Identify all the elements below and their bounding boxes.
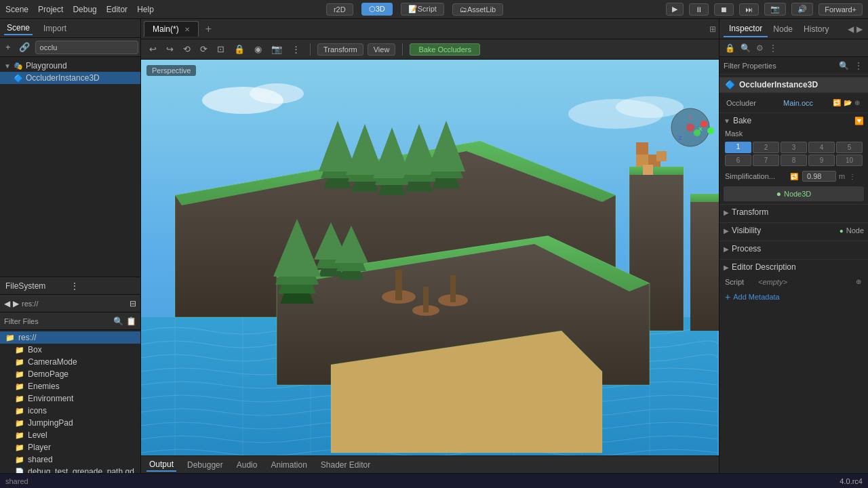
fs-item-demopage[interactable]: 📁 DemoPage bbox=[0, 368, 140, 380]
occluder-clear-icon[interactable]: ⊕ bbox=[853, 98, 861, 108]
mode-3d[interactable]: ⬡3D bbox=[361, 3, 393, 16]
redo-icon[interactable]: ↪ bbox=[163, 43, 176, 56]
menu-help[interactable]: Help bbox=[137, 5, 154, 14]
fs-path[interactable]: res:// bbox=[22, 300, 38, 308]
filter-search-btn[interactable]: 🔍 bbox=[837, 60, 850, 72]
rotate-ccw-icon[interactable]: ⟳ bbox=[197, 43, 210, 56]
editor-tab-main[interactable]: Main(*) ✕ bbox=[144, 21, 199, 37]
tab-add-button[interactable]: + bbox=[200, 20, 217, 38]
tab-debugger[interactable]: Debugger bbox=[184, 459, 226, 471]
add-node-button[interactable]: + bbox=[3, 41, 14, 54]
occluder-value[interactable]: Main.occ bbox=[781, 98, 831, 108]
fs-more-icon[interactable]: ⋮ bbox=[71, 281, 136, 291]
play-button[interactable]: ▶ bbox=[666, 3, 684, 16]
add-metadata-button[interactable]: + Add Metadata bbox=[719, 289, 868, 305]
menu-debug[interactable]: Debug bbox=[73, 5, 96, 14]
menu-editor[interactable]: Editor bbox=[106, 5, 127, 14]
fs-item-shared[interactable]: 📁 shared bbox=[0, 453, 140, 466]
fs-item-box[interactable]: 📁 Box bbox=[0, 344, 140, 356]
mask-cell-7[interactable]: 7 bbox=[753, 155, 779, 166]
filter-more-btn[interactable]: ⋮ bbox=[853, 60, 864, 72]
mask-cell-10[interactable]: 10 bbox=[836, 155, 863, 166]
fs-collapse-icon[interactable]: ⊟ bbox=[130, 299, 136, 308]
rotate-cw-icon[interactable]: ⟲ bbox=[180, 43, 193, 56]
occluder-more-icon[interactable]: 🔁 bbox=[831, 98, 842, 108]
fs-item-debug1[interactable]: 📄 debug_test_grenade_path.gd bbox=[0, 466, 140, 473]
grid-icon[interactable]: ⊡ bbox=[214, 43, 227, 56]
layout-toggle-icon[interactable]: ⊞ bbox=[709, 24, 716, 34]
step-button[interactable]: ⏭ bbox=[739, 3, 759, 16]
camera-icon[interactable]: 📷 bbox=[269, 43, 285, 56]
expand-icon[interactable]: ▶ bbox=[855, 23, 864, 35]
transform-button[interactable]: Transform bbox=[317, 43, 363, 56]
fs-back-icon[interactable]: ◀ bbox=[4, 299, 10, 308]
mask-cell-5[interactable]: 5 bbox=[836, 142, 863, 153]
menu-project[interactable]: Project bbox=[38, 5, 63, 14]
fs-item-player[interactable]: 📁 Player bbox=[0, 441, 140, 453]
bake-occluders-button[interactable]: Bake Occluders bbox=[410, 43, 480, 56]
simp-more-icon[interactable]: ⋮ bbox=[848, 171, 857, 182]
insp-search-icon[interactable]: 🔍 bbox=[739, 42, 752, 54]
lock-icon[interactable]: 🔒 bbox=[231, 43, 248, 56]
mask-cell-8[interactable]: 8 bbox=[781, 155, 807, 166]
insp-more-icon[interactable]: ⋮ bbox=[768, 42, 778, 54]
mask-cell-3[interactable]: 3 bbox=[781, 142, 807, 153]
fs-item-enemies[interactable]: 📁 Enemies bbox=[0, 380, 140, 392]
mask-cell-9[interactable]: 9 bbox=[808, 155, 835, 166]
fs-item-res[interactable]: 📁 res:// bbox=[0, 331, 140, 344]
collapse-icon[interactable]: ◀ bbox=[846, 23, 855, 35]
tab-output[interactable]: Output bbox=[146, 458, 176, 472]
pause-button[interactable]: ⏸ bbox=[689, 3, 709, 16]
tab-node[interactable]: Node bbox=[768, 22, 798, 37]
bake-section-header[interactable]: ▼ Bake 🔽 bbox=[719, 113, 868, 128]
fs-item-cameramode[interactable]: 📁 CameraMode bbox=[0, 356, 140, 368]
mode-assetlib[interactable]: 🗂AssetLib bbox=[452, 3, 503, 16]
view-button[interactable]: View bbox=[368, 43, 396, 56]
occluder-load-icon[interactable]: 📂 bbox=[842, 98, 853, 108]
insp-settings-icon[interactable]: ⚙ bbox=[755, 42, 765, 54]
stop-button[interactable]: ⏹ bbox=[714, 3, 734, 16]
filter-options-icon[interactable]: 📋 bbox=[126, 317, 136, 326]
tab-animation[interactable]: Animation bbox=[268, 459, 309, 471]
scene-search-input[interactable] bbox=[35, 41, 138, 54]
remote-button[interactable]: 🔊 bbox=[791, 3, 813, 16]
link-node-button[interactable]: 🔗 bbox=[16, 41, 33, 54]
fs-item-icons[interactable]: 📁 icons bbox=[0, 405, 140, 417]
process-section-header[interactable]: ▶ Process bbox=[719, 241, 868, 256]
tab-inspector[interactable]: Inspector bbox=[724, 21, 768, 37]
transform-section-header[interactable]: ▶ Transform bbox=[719, 204, 868, 220]
menu-icon[interactable]: ⋮ bbox=[289, 43, 303, 56]
fs-item-jumpingpad[interactable]: 📁 JumpingPad bbox=[0, 417, 140, 429]
tree-item-occluder[interactable]: 🔷 OccluderInstance3D bbox=[0, 72, 140, 84]
undo-icon[interactable]: ↩ bbox=[146, 43, 159, 56]
mode-2d[interactable]: r2D bbox=[326, 3, 353, 16]
tab-close-icon[interactable]: ✕ bbox=[184, 26, 190, 33]
tab-import[interactable]: Import bbox=[41, 22, 69, 35]
script-more-icon[interactable]: ⊕ bbox=[854, 277, 863, 287]
snap-icon[interactable]: ◉ bbox=[252, 43, 264, 56]
fs-forward-icon[interactable]: ▶ bbox=[13, 299, 19, 308]
fs-item-level[interactable]: 📁 Level bbox=[0, 429, 140, 441]
mask-cell-1[interactable]: 1 bbox=[725, 142, 751, 153]
tree-item-playground[interactable]: ▼ 🎭 Playground bbox=[0, 60, 140, 72]
tab-scene[interactable]: Scene bbox=[4, 22, 33, 35]
mode-script[interactable]: 📝Script bbox=[401, 3, 444, 16]
insp-lock-icon[interactable]: 🔒 bbox=[724, 42, 736, 54]
viewport[interactable]: Perspective bbox=[141, 60, 719, 455]
forward-plus-button[interactable]: Forward+ bbox=[818, 3, 863, 16]
tab-audio[interactable]: Audio bbox=[234, 459, 260, 471]
mask-cell-4[interactable]: 4 bbox=[808, 142, 835, 153]
visibility-section-header[interactable]: ▶ Visibility ● Node bbox=[719, 222, 868, 238]
mask-cell-2[interactable]: 2 bbox=[753, 142, 779, 153]
mask-cell-6[interactable]: 6 bbox=[725, 155, 751, 166]
simp-lock-icon[interactable]: 🔁 bbox=[789, 171, 800, 182]
camera-button[interactable]: 📷 bbox=[764, 3, 786, 16]
fs-item-environment[interactable]: 📁 Environment bbox=[0, 392, 140, 405]
filter-search-icon[interactable]: 🔍 bbox=[113, 317, 123, 326]
editor-desc-section-header[interactable]: ▶ Editor Description bbox=[719, 259, 868, 274]
bake-collapse-btn[interactable]: 🔽 bbox=[854, 117, 864, 125]
simplification-input[interactable] bbox=[802, 171, 836, 182]
tab-history[interactable]: History bbox=[798, 22, 834, 37]
menu-scene[interactable]: Scene bbox=[5, 5, 28, 14]
tab-shader-editor[interactable]: Shader Editor bbox=[318, 459, 373, 471]
